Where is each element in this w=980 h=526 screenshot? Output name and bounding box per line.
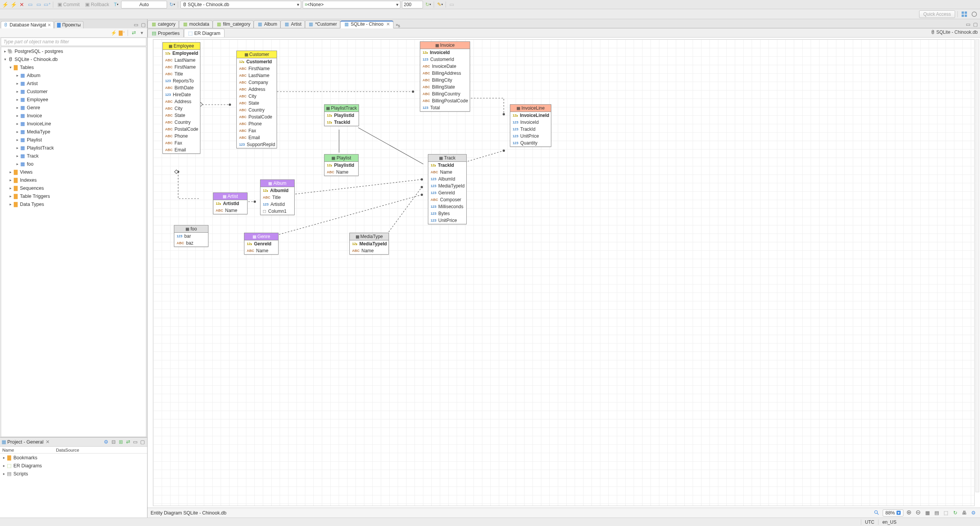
zoom-combo[interactable]: 88%▾ [883,510,903,516]
tree-node-postgres[interactable]: ▸🐘PostgreSQL - postgres [1,47,146,55]
column-row[interactable]: ABCEmail [163,146,200,153]
editor-tab[interactable]: ▦mockdata [179,20,213,28]
collapse-icon[interactable]: ⊟ [110,439,116,445]
expand-icon[interactable]: ⊞ [118,439,124,445]
minimize-icon[interactable]: ▭ [133,21,139,28]
grid-icon[interactable]: ▤ [933,510,940,516]
tree-node-sequences[interactable]: ▸▇Sequences [1,184,146,192]
tree-node-table[interactable]: ▸▦PlaylistTrack [1,144,146,152]
tab-db-navigator[interactable]: 🛢 Database Navigat ✕ [1,21,54,28]
folder-new-icon[interactable]: ▇⁺ [119,30,125,36]
editor-tab[interactable]: ▦SQLite - Chinoo✕ [340,20,393,28]
close-icon[interactable]: ✕ [48,23,51,28]
column-row[interactable]: ABCLastName [237,72,277,79]
timezone-cell[interactable]: UTC [861,519,878,525]
column-row[interactable]: ABCState [163,112,200,119]
entity-genre[interactable]: ▦Genre12₃GenreIdABCName [244,233,279,255]
subtab-er-diagram[interactable]: ⬚ER Diagram [184,29,225,37]
entity-album[interactable]: ▦Album12₃AlbumIdABCTitle123ArtistId⬚Colu… [260,179,295,215]
column-row[interactable]: ABCComposer [428,196,466,203]
more-tabs-indicator[interactable]: »5 [396,22,400,28]
tree-node-table[interactable]: ▸▦foo [1,160,146,168]
column-row[interactable]: ABCTitle [261,194,294,201]
column-row[interactable]: ABCName [324,169,358,176]
quick-access-button[interactable]: Quick Access [919,10,955,18]
tree-node-sqlite[interactable]: ▾🛢SQLite - Chinook.db [1,55,146,63]
tree-node-table[interactable]: ▸▦Genre [1,104,146,112]
refresh-icon[interactable]: ↻▾ [424,1,431,8]
column-row[interactable]: ABCCountry [237,107,277,113]
tree-node-table[interactable]: ▸▦Invoice [1,112,146,120]
column-row[interactable]: ABCLastName [163,57,200,64]
close-icon[interactable]: ✕ [46,439,50,445]
entity-invoice[interactable]: ▦Invoice12₃InvoiceId123CustomerIdABCInvo… [420,41,470,112]
column-row[interactable]: 12₃InvoiceLineId [510,112,551,119]
txn-mode-icon[interactable]: T▾ [113,1,120,8]
column-row[interactable]: 12₃PlaylistId [324,162,358,169]
search-icon[interactable] [873,510,880,516]
minimize-icon[interactable]: ▭ [132,439,138,445]
disconnect-icon[interactable]: ✕ [18,1,25,8]
editor-tab[interactable]: ▦film_category [213,20,254,28]
txn-mode-combo[interactable]: Auto [121,1,167,8]
column-row[interactable]: ABCPhone [237,120,277,127]
zoom-out-icon[interactable] [915,510,922,516]
column-row[interactable]: ABCEmail [237,134,277,141]
column-row[interactable]: ABCBillingPostalCode [420,97,470,104]
column-row[interactable]: 12₃TrackId [324,119,359,126]
tree-node-indexes[interactable]: ▸▇Indexes [1,176,146,184]
column-row[interactable]: 123MediaTypeId [428,182,466,189]
column-row[interactable]: 123Quantity [510,140,551,146]
tree-node-table[interactable]: ▸▦Album [1,71,146,79]
vertical-scrollbar[interactable] [975,39,979,492]
column-row[interactable]: ABCName [350,247,388,254]
layout-icon[interactable]: ▦ [924,510,931,516]
column-row[interactable]: 12₃EmployeeId [163,50,200,57]
column-row[interactable]: 12₃CustomerId [237,58,277,65]
sql-script-icon[interactable]: ▭ [35,1,42,8]
entity-employee[interactable]: ▦Employee12₃EmployeeIdABCLastNameABCFirs… [162,42,200,154]
tree-node-table[interactable]: ▸▦MediaType [1,128,146,136]
locale-cell[interactable]: en_US [878,519,900,525]
column-row[interactable]: 123ReportsTo [163,77,200,84]
column-row[interactable]: 123ArtistId [261,201,294,208]
export-icon[interactable]: ⬚ [942,510,949,516]
gear-icon[interactable]: ⚙ [103,439,109,445]
column-row[interactable]: 12₃TrackId [428,162,466,169]
column-row[interactable]: ABCPhone [163,133,200,140]
refresh-proj-icon[interactable]: ⇄ [125,439,131,445]
column-row[interactable]: 123UnitPrice [510,133,551,140]
column-row[interactable]: ABCFax [163,140,200,146]
minimize-icon[interactable]: ▭ [965,21,971,27]
entity-track[interactable]: ▦Track12₃TrackIdABCName123AlbumId123Medi… [428,154,467,224]
column-row[interactable]: ABCName [428,169,466,176]
history-icon[interactable]: ↻▾ [169,1,175,8]
column-row[interactable]: ABCName [244,247,278,254]
new-sql-icon[interactable]: ▭⁺ [44,1,51,8]
column-row[interactable]: 123UnitPrice [428,217,466,224]
highlight-icon[interactable]: ✎▾ [436,1,443,8]
column-row[interactable]: ABCPostalCode [237,113,277,120]
column-row[interactable]: ABCInvoiceDate [420,63,470,70]
column-row[interactable]: ABCFirstName [163,64,200,71]
column-row[interactable]: 123SupportRepId [237,141,277,148]
column-row[interactable]: ABCFax [237,127,277,134]
print-icon[interactable]: 🖶 [961,510,968,516]
subtab-properties[interactable]: ▤Properties [147,29,184,37]
entity-customer[interactable]: ▦Customer12₃CustomerIdABCFirstNameABCLas… [236,51,277,148]
column-row[interactable]: 123CustomerId [420,56,470,63]
connect-small-icon[interactable]: ⚡ [111,30,117,36]
perspective-other-icon[interactable] [970,10,978,18]
column-row[interactable]: ABCState [237,100,277,107]
maximize-icon[interactable]: ▢ [140,21,146,28]
zoom-in-icon[interactable] [906,510,913,516]
tree-node-datatypes[interactable]: ▸▇Data Types [1,200,146,208]
column-row[interactable]: 12₃ArtistId [213,200,247,207]
er-diagram-canvas[interactable]: ▦Employee12₃EmployeeIdABCLastNameABCFirs… [147,38,980,508]
entity-playlist[interactable]: ▦Playlist12₃PlaylistIdABCName [324,154,359,176]
tree-node-table[interactable]: ▸▦Playlist [1,136,146,144]
editor-tab[interactable]: ▦Album [254,20,280,28]
maximize-icon[interactable]: ▢ [139,439,146,445]
commit-button[interactable]: ▣Commit [56,1,82,8]
tree-node-tables[interactable]: ▾▇Tables [1,63,146,71]
